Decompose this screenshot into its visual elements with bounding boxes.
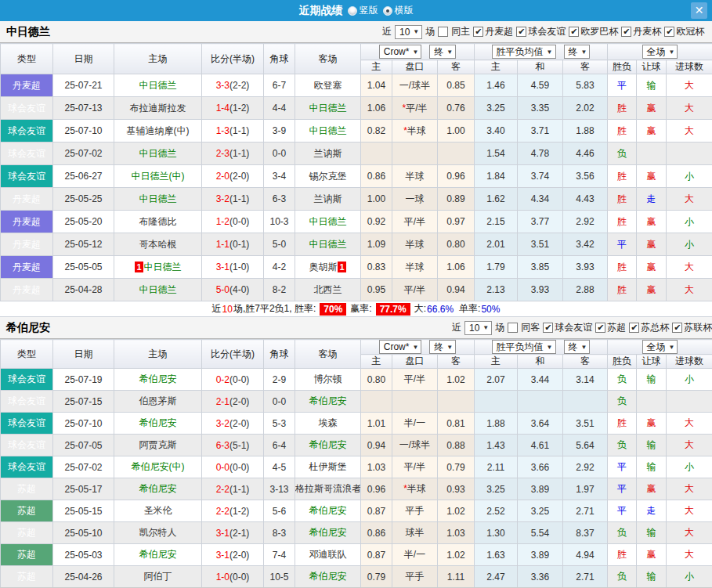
league-filter-item[interactable]: ✔苏总杯 [629,321,669,334]
checkbox-checked-icon[interactable]: ✔ [664,27,674,37]
corner-cell: 8-2 [264,279,295,301]
goals-cell: 大 [667,435,712,456]
match-row: 苏超 25-05-15 圣米伦 2-2(1-2) 5-6 希伯尼安 0.87 平… [1,500,712,522]
corner-cell: 6-3 [264,188,295,211]
home-team-name: 中日德兰(中) [132,171,185,182]
summary-text: 大: [414,302,426,316]
radio-icon-vertical[interactable] [348,6,357,16]
mean-type-select[interactable]: 胜平负均值▼ [492,45,556,59]
checkbox-checked-icon[interactable]: ✔ [595,323,605,333]
fulltime-score: 0-0 [216,462,230,473]
layout-option-vertical[interactable]: 竖版 [348,4,378,17]
match-count-select[interactable]: 10▼ [395,25,422,39]
odds-source-select[interactable]: Crow*▼ [379,45,422,59]
goals-cell: 大 [667,478,712,500]
mean-draw: 3.89 [518,478,563,500]
handicap-cell: 一/球半 [392,74,438,97]
home-team-name: 中日德兰 [139,193,177,204]
league-filter-item[interactable]: ✔丹麦超 [473,25,513,38]
score-cell: 2-2(1-2) [202,500,264,522]
league-filter-item[interactable]: ✔球会友谊 [543,321,592,334]
result-cell: 平 [608,478,637,500]
scope-select[interactable]: 全场▼ [642,45,678,59]
column-header-type: 类型 [1,340,53,369]
column-header-corner: 角球 [264,340,295,369]
same-away-checkbox[interactable] [508,323,518,333]
home-team-cell: 哥本哈根 [114,233,202,256]
chevron-down-icon: ▼ [446,344,453,351]
league-filter-item[interactable]: ✔欧冠杯 [664,25,704,38]
match-count-select[interactable]: 10▼ [464,321,492,335]
league-filter-item[interactable]: ✔球会友谊 [516,25,566,38]
odds-home: 0.92 [361,211,392,233]
games-label: 场 [425,25,435,38]
league-filter-item[interactable]: ✔苏超 [595,321,626,334]
handicap-result-cell: 赢 [637,544,667,566]
checkbox-checked-icon[interactable]: ✔ [516,27,526,37]
mean-type-select[interactable]: 胜平负均值▼ [492,340,556,354]
home-team-cell: 阿伯丁 [114,566,202,588]
fulltime-score: 2-0 [216,171,230,182]
match-row: 球会友谊 25-07-15 伯恩茅斯 2-1(2-0) 0-0 希伯尼安 负 [1,391,712,413]
league-type-badge: 苏超 [1,522,53,544]
radio-icon-horizontal[interactable] [383,6,392,16]
checkbox-checked-icon[interactable]: ✔ [543,323,553,333]
league-filter-item[interactable]: ✔丹麦杯 [621,25,661,38]
mean-draw: 3.93 [518,279,563,301]
mean-draw: 3.36 [518,566,563,588]
section1-league-filters: ✔丹麦超✔球会友谊✔欧罗巴杯✔丹麦杯✔欧冠杯 [473,25,704,38]
subcol-handicap: 盘口 [392,60,438,74]
summary-text: 赢率: [350,302,371,316]
section1-filter-bar: 中日德兰 近 10▼ 场 同主 ✔丹麦超✔球会友谊✔欧罗巴杯✔丹麦杯✔欧冠杯 [0,21,712,43]
mean-lose: 2.88 [563,279,608,301]
scope-select[interactable]: 全场▼ [642,340,678,354]
match-date: 25-07-15 [53,391,114,413]
league-filter-label: 苏总杯 [641,321,669,334]
mean-win: 2.52 [475,500,518,522]
checkbox-checked-icon[interactable]: ✔ [672,323,682,333]
same-home-checkbox[interactable] [438,27,448,37]
home-team-cell: 1中日德兰 [114,256,202,279]
league-filter-item[interactable]: ✔欧罗巴杯 [569,25,618,38]
mean-group-header: 胜平负均值▼终▼ [475,340,608,355]
odds-away: 0.93 [438,478,475,500]
odds-home: 1.04 [361,74,392,97]
match-row: 丹麦超 25-05-12 哥本哈根 1-1(0-1) 5-0 中日德兰 1.09… [1,233,712,256]
match-date: 25-04-26 [53,566,114,588]
match-row: 丹麦超 25-05-25 中日德兰 3-2(1-1) 6-3 兰讷斯 1.00 … [1,188,712,211]
mean-time-select[interactable]: 终▼ [564,45,591,59]
checkbox-checked-icon[interactable]: ✔ [473,27,483,37]
handicap-value: 平/半 [404,284,425,295]
close-button[interactable]: ✕ [691,2,707,19]
halftime-score: (0-0) [230,462,249,473]
league-filter-label: 球会友谊 [555,321,592,334]
layout-option-horizontal[interactable]: 横版 [383,4,414,17]
match-row: 球会友谊 25-07-10 希伯尼安 3-2(2-0) 5-3 埃森 1.01 … [1,413,712,435]
league-type-badge: 球会友谊 [1,456,53,478]
away-team-name: 埃森 [319,417,338,428]
odds-time-select[interactable]: 终▼ [429,340,456,354]
odds-source-select[interactable]: Crow*▼ [379,340,422,354]
halftime-score: (0-0) [230,572,249,583]
checkbox-checked-icon[interactable]: ✔ [621,27,631,37]
score-cell: 6-3(5-1) [202,435,264,456]
handicap-value: 半球 [406,171,425,182]
away-team-name: 杜伊斯堡 [309,461,347,472]
subcol-mean-away: 客 [563,60,608,74]
odds-away: 0.76 [438,97,475,120]
odds-away: 1.02 [438,544,475,566]
home-team-name: 哥本哈根 [139,239,177,250]
mean-time-select[interactable]: 终▼ [564,340,591,354]
odds-time-select[interactable]: 终▼ [429,45,456,59]
odds-home: 0.96 [361,478,392,500]
checkbox-checked-icon[interactable]: ✔ [569,27,579,37]
handicap-result-cell: 输 [637,566,667,588]
league-filter-item[interactable]: ✔苏联杯 [672,321,712,334]
mean-lose: 2.71 [563,566,608,588]
checkbox-checked-icon[interactable]: ✔ [629,323,639,333]
win-rate-badge: 70% [320,303,346,316]
away-team-name: 希伯尼安 [309,395,347,406]
mean-lose: 2.92 [563,456,608,478]
league-type-badge: 丹麦超 [1,279,53,301]
handicap-result-cell [637,391,667,413]
